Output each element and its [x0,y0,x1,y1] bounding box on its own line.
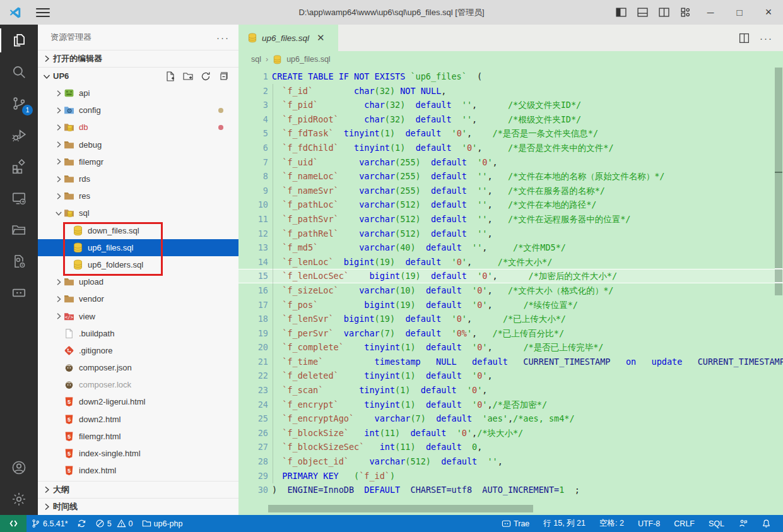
activity-panel-icon[interactable] [0,277,38,309]
code-line-1[interactable]: 1CREATE TABLE IF NOT EXISTS `up6_files` … [238,69,783,84]
toggle-secondary-sidebar-icon[interactable] [653,0,674,25]
tree-item-upload[interactable]: upload [38,273,238,290]
eol-status[interactable]: CRLF [667,519,702,528]
tree-item--buildpath[interactable]: .buildpath [38,325,238,342]
open-editors-section[interactable]: 打开的编辑器 [38,50,238,67]
maximize-button[interactable]: □ [725,0,754,25]
code-line-12[interactable]: 12 `f_pathRel` varchar(512) default '', [238,227,783,241]
tab-close-icon[interactable]: ✕ [317,32,325,44]
tree-item-view[interactable]: </>view [38,307,238,324]
code-line-24[interactable]: 24 `f_encrypt` tinyint(1) default '0',/*… [238,398,783,412]
chevron-right-icon[interactable] [54,174,64,184]
new-file-icon[interactable] [165,71,175,81]
chevron-right-icon[interactable] [54,191,64,201]
tree-item-filemgr[interactable]: filemgr [38,153,238,170]
code-line-20[interactable]: 20 `f_complete` tinyint(1) default '0', … [238,340,783,355]
activity-extensions-icon[interactable] [0,151,38,182]
tree-item-down-files-sql[interactable]: down_files.sql [38,222,238,239]
chevron-down-icon[interactable] [54,208,64,218]
customize-layout-icon[interactable] [674,0,696,25]
activity-settings-icon[interactable] [0,483,38,515]
git-branch-status[interactable]: 6.5.41* [26,515,73,532]
tree-item--gitignore[interactable]: .gitignore [38,342,238,359]
horizontal-scrollbar[interactable] [238,504,774,513]
code-editor[interactable]: 1CREATE TABLE IF NOT EXISTS `up6_files` … [238,68,783,515]
chevron-right-icon[interactable] [54,294,64,304]
code-line-23[interactable]: 23 `f_scan` tinyint(1) default '0', [238,383,783,398]
code-line-30[interactable]: 30) ENGINE=InnoDB DEFAULT CHARSET=utf8 A… [238,483,783,497]
chevron-right-icon[interactable] [54,311,64,321]
tree-item-filemgr-html[interactable]: 5filemgr.html [38,428,238,445]
tree-item-up6-folders-sql[interactable]: up6_folders.sql [38,256,238,273]
activity-explorer-icon[interactable] [0,25,38,56]
code-line-25[interactable]: 25 `f_encryptAgo` varchar(7) default 'ae… [238,411,783,426]
indentation-status[interactable]: 空格: 2 [592,518,631,529]
horizontal-scrollbar-thumb[interactable] [268,505,533,512]
vertical-scrollbar-thumb[interactable] [775,68,782,295]
chevron-right-icon[interactable] [54,88,64,98]
code-line-19[interactable]: 19 `f_perSvr` varchar(7) default '0%', /… [238,326,783,341]
notifications-bell-icon[interactable] [755,519,778,528]
activity-folders-icon[interactable] [0,214,38,245]
tree-item-vendor[interactable]: vendor [38,290,238,307]
code-line-6[interactable]: 6 `f_fdChild` tinyint(1) default '0', /*… [238,141,783,155]
cursor-position[interactable]: 行 15, 列 21 [536,518,592,529]
project-section[interactable]: UP6 [38,67,238,85]
remote-indicator[interactable] [0,515,26,532]
code-line-14[interactable]: 14 `f_lenLoc` bigint(19) default '0', /*… [238,255,783,269]
code-line-27[interactable]: 27 `f_blockSizeSec` int(11) default 0, [238,440,783,454]
tree-item-api[interactable]: api [38,85,238,102]
code-line-16[interactable]: 16 `f_sizeLoc` varchar(10) default '0', … [238,283,783,298]
toggle-sidebar-icon[interactable] [610,0,632,25]
toggle-panel-icon[interactable] [632,0,653,25]
feedback-icon[interactable] [731,519,755,528]
workspace-status[interactable]: up6-php [138,515,187,532]
tree-item-down2-html[interactable]: 5down2.html [38,411,238,428]
code-line-13[interactable]: 13 `f_md5` varchar(40) default '', /*文件M… [238,240,783,255]
split-editor-icon[interactable] [739,33,750,44]
timeline-section[interactable]: 时间线 [38,498,238,515]
code-line-15[interactable]: 15 `f_lenLocSec` bigint(19) default '0',… [238,269,783,283]
breadcrumb-folder[interactable]: sql [251,55,261,64]
tree-item-res[interactable]: res [38,187,238,204]
code-line-10[interactable]: 10 `f_pathLoc` varchar(512) default '', … [238,198,783,212]
code-line-28[interactable]: 28 `f_object_id` varchar(512) default ''… [238,454,783,469]
minimize-button[interactable]: ─ [696,0,725,25]
tree-item-up6-files-sql[interactable]: up6_files.sql [38,239,238,256]
code-line-8[interactable]: 8 `f_nameLoc` varchar(255) default '', /… [238,169,783,184]
new-folder-icon[interactable] [183,71,193,81]
code-line-11[interactable]: 11 `f_pathSvr` varchar(512) default '', … [238,212,783,227]
tree-item-composer-json[interactable]: composer.json [38,359,238,376]
chevron-right-icon[interactable] [54,105,64,115]
activity-account-icon[interactable] [0,452,38,483]
code-line-9[interactable]: 9 `f_nameSvr` varchar(255) default '', /… [238,184,783,198]
code-line-22[interactable]: 22 `f_deleted` tinyint(1) default '0', [238,369,783,383]
sync-status[interactable] [73,515,91,532]
tree-item-rds[interactable]: rds [38,170,238,187]
language-mode-status[interactable]: SQL [702,519,731,528]
sidebar-more-icon[interactable]: ··· [216,32,230,43]
tree-item-debug[interactable]: debug [38,136,238,153]
tree-item-composer-lock[interactable]: composer.lock [38,376,238,393]
menu-hamburger-icon[interactable] [36,6,50,20]
tree-item-sql[interactable]: sql [38,204,238,222]
outline-section[interactable]: 大纲 [38,481,238,498]
refresh-icon[interactable] [201,71,211,81]
chevron-right-icon[interactable] [54,277,64,287]
activity-remote-explorer-icon[interactable] [0,182,38,214]
chevron-right-icon[interactable] [54,139,64,150]
code-line-5[interactable]: 5 `f_fdTask` tinyint(1) default '0', /*是… [238,126,783,141]
close-button[interactable]: × [754,0,783,25]
problems-status[interactable]: 5 0 [91,515,138,532]
editor-more-actions-icon[interactable]: ··· [760,33,773,44]
activity-search-icon[interactable] [0,56,38,88]
encoding-status[interactable]: UTF-8 [631,519,667,528]
code-line-18[interactable]: 18 `f_lenSvr` bigint(19) default '0', /*… [238,312,783,326]
breadcrumb[interactable]: sql › up6_files.sql [238,51,783,68]
code-line-21[interactable]: 21 `f_time` timestamp NULL default CURRE… [238,355,783,369]
chevron-right-icon[interactable] [54,122,64,133]
code-line-3[interactable]: 3 `f_pid` char(32) default '', /*父级文件夹ID… [238,98,783,112]
activity-run-debug-icon[interactable] [0,119,38,151]
code-line-2[interactable]: 2 `f_id` char(32) NOT NULL, [238,84,783,98]
code-line-26[interactable]: 26 `f_blockSize` int(11) default '0',/*块… [238,426,783,440]
